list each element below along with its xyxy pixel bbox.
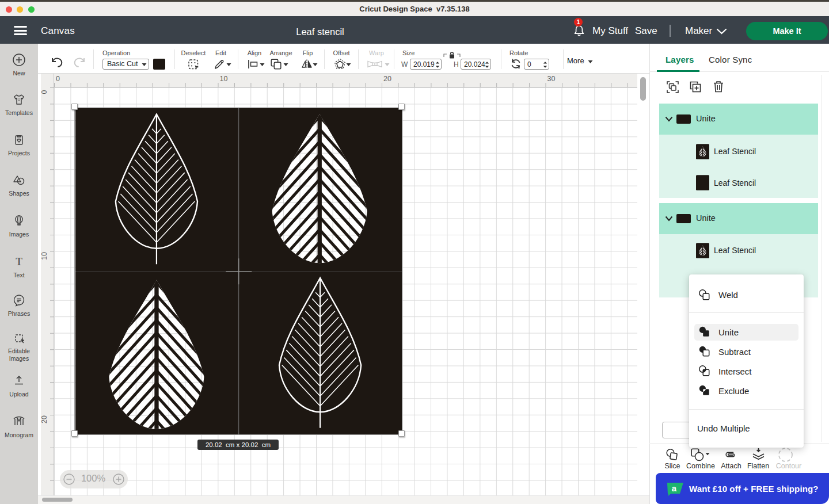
svg-text:a: a: [672, 483, 677, 493]
svg-text:T: T: [16, 255, 22, 268]
